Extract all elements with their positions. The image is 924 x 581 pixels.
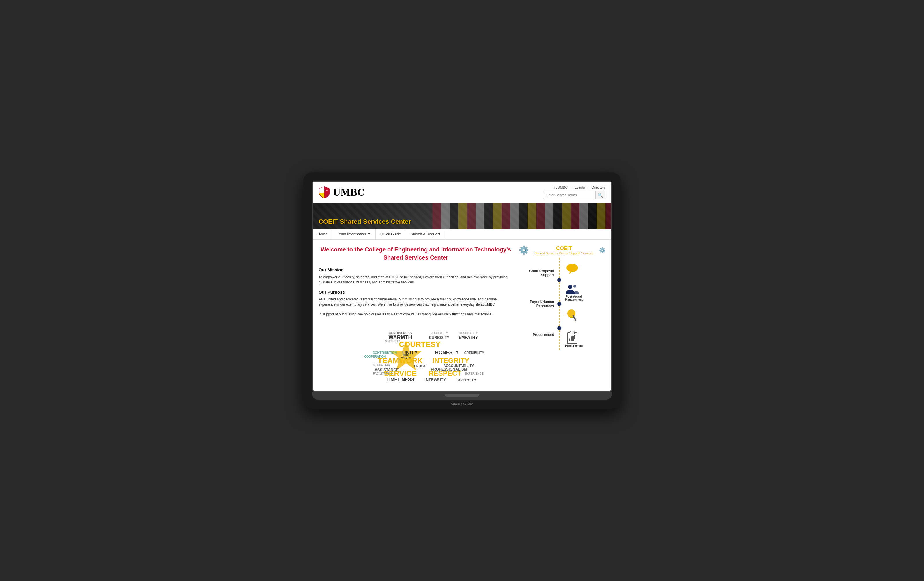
wc-credibility: CREDIBILITY xyxy=(464,351,484,354)
purpose-heading: Our Purpose xyxy=(318,290,513,295)
clipboard-icon xyxy=(565,330,579,344)
wc-empathy: EMPATHY xyxy=(459,335,478,340)
services-panel: ⚙️ COEIT Shared Services Center Support … xyxy=(519,245,606,350)
purpose-text2: In support of our mission, we hold ourse… xyxy=(318,312,513,317)
service-label-grant: Grant ProposalSupport xyxy=(519,262,556,285)
svg-point-6 xyxy=(568,285,572,289)
service-label-procurement: Procurement xyxy=(519,323,556,346)
wc-hospitality: HOSPITALITY xyxy=(459,331,478,334)
site-header: UMBC UMBC myUMBC | Events | Directory 🔍 xyxy=(313,182,611,203)
site-logo: UMBC UMBC xyxy=(318,186,365,199)
word-cloud-inner: CORE VALUES GENUINENESS FLEXIBILITY HOSP… xyxy=(318,321,513,385)
wc-reflection: REFLECTION xyxy=(372,363,390,366)
services-header: COEIT Shared Services Center Support Ser… xyxy=(535,245,594,255)
nav-item-team-information[interactable]: Team Information ▼ xyxy=(332,229,376,239)
wc-honesty: HONESTY xyxy=(435,350,459,356)
wc-timeliness: TIMELINESS xyxy=(386,377,414,382)
dot-2 xyxy=(557,302,561,306)
svg-text:UMBC: UMBC xyxy=(321,189,328,192)
search-bar: 🔍 xyxy=(543,191,606,199)
services-labels: Grant ProposalSupport Payroll/HumanResou… xyxy=(519,258,556,350)
people-icon xyxy=(565,283,579,295)
myumbc-link[interactable]: myUMBC xyxy=(553,185,568,189)
wc-sincerity: SINCERITY xyxy=(384,340,400,343)
mission-heading: Our Mission xyxy=(318,267,513,272)
wc-experience: EXPERIENCE xyxy=(465,372,483,375)
wc-contribution: CONTRIBUTION xyxy=(373,351,397,354)
wc-curiosity: CURIOSITY xyxy=(429,335,449,340)
service-icon-payroll xyxy=(562,304,583,327)
mission-text: To empower our faculty, students, and st… xyxy=(318,275,513,285)
nav-item-home[interactable]: Home xyxy=(313,229,332,239)
main-content: Welcome to the College of Engineering an… xyxy=(313,240,611,391)
svg-point-4 xyxy=(566,264,578,272)
logo-text: UMBC xyxy=(333,186,365,198)
services-subtitle: Shared Services Center Support Services xyxy=(535,252,594,255)
wc-service: SERVICE xyxy=(384,369,417,378)
service-icon-grant xyxy=(562,258,583,281)
directory-link[interactable]: Directory xyxy=(592,185,606,189)
wc-integrity2: INTEGRITY xyxy=(424,377,446,382)
nav-item-quick-guide[interactable]: Quick Guide xyxy=(376,229,406,239)
site-banner: COEIT Shared Services Center xyxy=(313,203,611,229)
nav-bar: Home Team Information ▼ Quick Guide Subm… xyxy=(313,229,611,240)
dropdown-arrow-icon: ▼ xyxy=(367,232,371,236)
svg-rect-15 xyxy=(570,331,574,334)
umbc-shield-icon: UMBC xyxy=(318,186,330,199)
speech-bubble-icon xyxy=(565,262,579,277)
content-left: Welcome to the College of Engineering an… xyxy=(318,245,513,385)
laptop-base xyxy=(312,392,612,400)
header-right: myUMBC | Events | Directory 🔍 xyxy=(543,185,606,199)
word-cloud: CORE VALUES GENUINENESS FLEXIBILITY HOSP… xyxy=(318,321,513,385)
welcome-title: Welcome to the College of Engineering an… xyxy=(318,245,513,262)
gear-icons-row: ⚙️ COEIT Shared Services Center Support … xyxy=(519,245,606,255)
header-links: myUMBC | Events | Directory xyxy=(553,185,606,189)
services-center-line xyxy=(556,258,562,350)
service-icon-procurement: Procurement xyxy=(562,327,583,350)
service-icon-post-award: Post-AwardManagement xyxy=(562,281,583,304)
svg-point-7 xyxy=(573,285,576,288)
banner-flag xyxy=(432,203,611,229)
wc-unity: UNITY xyxy=(402,349,418,356)
services-icons: Post-AwardManagement xyxy=(562,258,583,350)
lightbulb-pencil-icon xyxy=(565,308,581,324)
nav-item-submit-request[interactable]: Submit a Request xyxy=(406,229,445,239)
content-right: ⚙️ COEIT Shared Services Center Support … xyxy=(519,245,606,385)
wc-respect: RESPECT xyxy=(429,369,461,377)
search-button[interactable]: 🔍 xyxy=(595,191,605,199)
wc-flexibility: FLEXIBILITY xyxy=(431,331,448,334)
post-award-label: Post-AwardManagement xyxy=(565,295,582,301)
macbook-label: MacBook Pro xyxy=(312,400,612,408)
wc-trust: TRUST xyxy=(414,364,426,368)
wc-courtesy: COURTESY xyxy=(399,340,441,349)
events-link[interactable]: Events xyxy=(574,185,585,189)
procurement-label: Procurement xyxy=(565,344,583,347)
wc-diversity: DIVERSITY xyxy=(457,378,477,382)
coeit-label: COEIT xyxy=(535,245,594,252)
dot-1 xyxy=(557,278,561,282)
services-list-container: Grant ProposalSupport Payroll/HumanResou… xyxy=(519,258,606,350)
search-input[interactable] xyxy=(543,192,595,199)
dot-3 xyxy=(557,326,561,330)
gear-right-icon: ⚙️ xyxy=(599,247,606,253)
service-label-payroll: Payroll/HumanResources xyxy=(519,292,556,316)
gear-left-icon: ⚙️ xyxy=(519,245,529,255)
laptop-notch xyxy=(445,395,479,397)
purpose-text1: As a united and dedicated team full of c… xyxy=(318,297,513,307)
banner-title: COEIT Shared Services Center xyxy=(318,218,411,225)
